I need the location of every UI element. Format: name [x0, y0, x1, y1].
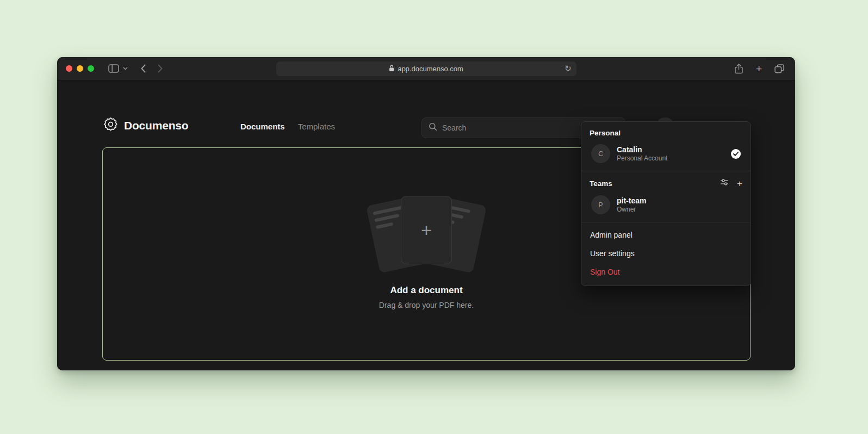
plus-icon: + — [421, 221, 432, 239]
selected-check-icon — [731, 149, 741, 159]
team-avatar: P — [591, 195, 610, 214]
menu-section-personal: Personal C Catalin Personal Account — [581, 122, 751, 171]
titlebar-chevron-down-icon[interactable] — [123, 67, 128, 70]
browser-window: app.documenso.com ↻ + Documenso Document… — [57, 57, 795, 370]
personal-section-label: Personal — [590, 129, 742, 137]
lock-icon — [389, 65, 394, 73]
url-text: app.documenso.com — [398, 65, 463, 73]
titlebar-right-actions: + — [734, 57, 784, 80]
team-name: pit-team — [617, 196, 646, 206]
minimize-window-button[interactable] — [77, 65, 83, 72]
documenso-page: Documenso Documents Templates ⌘+K C Cata… — [57, 81, 795, 370]
menu-item-user-settings[interactable]: User settings — [581, 244, 751, 263]
personal-avatar: C — [591, 144, 610, 163]
add-team-button[interactable]: + — [737, 179, 742, 188]
personal-account-item[interactable]: C Catalin Personal Account — [590, 141, 742, 164]
browser-titlebar: app.documenso.com ↻ + — [57, 57, 795, 80]
tab-overview-icon[interactable] — [774, 64, 784, 73]
search-icon — [429, 122, 437, 133]
nav-templates[interactable]: Templates — [298, 122, 335, 131]
menu-links: Admin panel User settings Sign Out — [581, 222, 751, 286]
share-icon[interactable] — [734, 64, 743, 74]
new-tab-button[interactable]: + — [756, 64, 762, 74]
documents-illustration: + — [364, 196, 489, 272]
brand[interactable]: Documenso — [103, 117, 188, 134]
search-input[interactable] — [442, 123, 593, 132]
url-bar[interactable]: app.documenso.com ↻ — [276, 61, 576, 76]
personal-subtitle: Personal Account — [617, 154, 667, 163]
teams-section-label: Teams — [590, 179, 612, 188]
team-role: Owner — [617, 206, 646, 214]
menu-item-sign-out[interactable]: Sign Out — [581, 263, 751, 281]
main-nav: Documents Templates — [240, 122, 335, 131]
brand-name: Documenso — [124, 119, 188, 132]
dropzone-title: Add a document — [103, 285, 750, 296]
team-item[interactable]: P pit-team Owner — [590, 192, 742, 215]
forward-button[interactable] — [158, 64, 163, 73]
manage-teams-icon[interactable] — [720, 178, 729, 188]
traffic-lights — [66, 65, 94, 72]
account-dropdown-menu: Personal C Catalin Personal Account Team… — [581, 121, 751, 286]
personal-name: Catalin — [617, 145, 667, 154]
documenso-logo-icon — [103, 117, 118, 134]
zoom-window-button[interactable] — [88, 65, 94, 72]
close-window-button[interactable] — [66, 65, 72, 72]
back-button[interactable] — [141, 64, 146, 73]
reload-icon[interactable]: ↻ — [565, 63, 572, 74]
sidebar-toggle-icon[interactable] — [108, 64, 119, 73]
menu-section-teams: Teams + P pit-team Owner — [581, 171, 751, 222]
menu-item-admin-panel[interactable]: Admin panel — [581, 226, 751, 244]
illustration-card-center: + — [401, 196, 452, 264]
nav-documents[interactable]: Documents — [240, 122, 285, 131]
dropzone-subtitle: Drag & drop your PDF here. — [103, 301, 750, 309]
